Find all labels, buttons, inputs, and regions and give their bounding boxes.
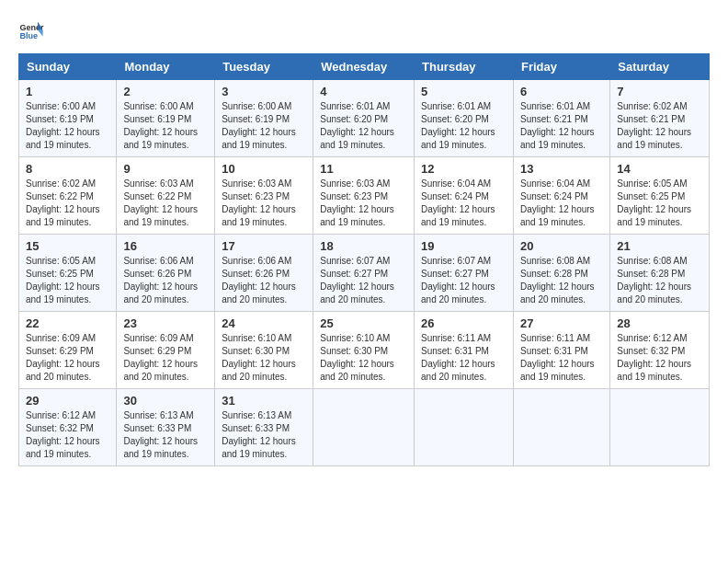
calendar-cell: 7Sunrise: 6:02 AMSunset: 6:21 PMDaylight… <box>610 80 710 157</box>
calendar-cell <box>415 389 514 466</box>
calendar-week-row: 29Sunrise: 6:12 AMSunset: 6:32 PMDayligh… <box>19 389 710 466</box>
day-info: Sunrise: 6:00 AMSunset: 6:19 PMDaylight:… <box>222 100 306 152</box>
calendar-cell: 25Sunrise: 6:10 AMSunset: 6:30 PMDayligh… <box>313 312 415 389</box>
calendar-cell <box>513 389 609 466</box>
day-info: Sunrise: 6:01 AMSunset: 6:20 PMDaylight:… <box>320 100 407 152</box>
svg-text:Blue: Blue <box>19 31 38 40</box>
day-number: 3 <box>222 85 306 98</box>
day-info: Sunrise: 6:11 AMSunset: 6:31 PMDaylight:… <box>421 332 506 384</box>
calendar-cell: 28Sunrise: 6:12 AMSunset: 6:32 PMDayligh… <box>610 312 710 389</box>
calendar-header-wednesday: Wednesday <box>313 54 415 80</box>
calendar-header-friday: Friday <box>513 54 609 80</box>
day-info: Sunrise: 6:05 AMSunset: 6:25 PMDaylight:… <box>26 255 109 306</box>
calendar-week-row: 22Sunrise: 6:09 AMSunset: 6:29 PMDayligh… <box>19 312 710 389</box>
day-number: 27 <box>520 316 603 330</box>
calendar-cell: 16Sunrise: 6:06 AMSunset: 6:26 PMDayligh… <box>117 235 215 312</box>
day-info: Sunrise: 6:03 AMSunset: 6:23 PMDaylight:… <box>320 178 407 229</box>
calendar-header-thursday: Thursday <box>415 54 514 80</box>
day-number: 19 <box>421 239 506 253</box>
day-info: Sunrise: 6:10 AMSunset: 6:30 PMDaylight:… <box>320 332 407 384</box>
day-number: 18 <box>320 239 407 253</box>
day-info: Sunrise: 6:04 AMSunset: 6:24 PMDaylight:… <box>520 178 603 229</box>
day-number: 28 <box>617 316 702 330</box>
calendar-cell: 15Sunrise: 6:05 AMSunset: 6:25 PMDayligh… <box>19 235 117 312</box>
day-info: Sunrise: 6:13 AMSunset: 6:33 PMDaylight:… <box>222 409 306 461</box>
day-info: Sunrise: 6:02 AMSunset: 6:22 PMDaylight:… <box>26 178 109 229</box>
day-number: 7 <box>617 85 702 98</box>
day-info: Sunrise: 6:05 AMSunset: 6:25 PMDaylight:… <box>617 178 702 229</box>
day-info: Sunrise: 6:03 AMSunset: 6:22 PMDaylight:… <box>123 178 208 229</box>
day-info: Sunrise: 6:07 AMSunset: 6:27 PMDaylight:… <box>421 255 506 306</box>
day-number: 25 <box>320 316 407 330</box>
day-number: 14 <box>617 162 702 176</box>
calendar-cell: 31Sunrise: 6:13 AMSunset: 6:33 PMDayligh… <box>215 389 313 466</box>
day-number: 16 <box>123 239 208 253</box>
calendar-cell: 24Sunrise: 6:10 AMSunset: 6:30 PMDayligh… <box>215 312 313 389</box>
calendar-cell: 21Sunrise: 6:08 AMSunset: 6:28 PMDayligh… <box>610 235 710 312</box>
calendar-cell: 23Sunrise: 6:09 AMSunset: 6:29 PMDayligh… <box>117 312 215 389</box>
day-info: Sunrise: 6:12 AMSunset: 6:32 PMDaylight:… <box>26 409 109 461</box>
day-number: 24 <box>222 316 306 330</box>
day-info: Sunrise: 6:01 AMSunset: 6:20 PMDaylight:… <box>421 100 506 152</box>
logo-icon: General Blue <box>18 18 44 44</box>
calendar-cell: 22Sunrise: 6:09 AMSunset: 6:29 PMDayligh… <box>19 312 117 389</box>
day-number: 22 <box>26 316 109 330</box>
calendar-cell: 13Sunrise: 6:04 AMSunset: 6:24 PMDayligh… <box>513 157 609 235</box>
day-number: 12 <box>421 162 506 176</box>
calendar-header-saturday: Saturday <box>610 54 710 80</box>
day-number: 20 <box>520 239 603 253</box>
calendar-cell: 5Sunrise: 6:01 AMSunset: 6:20 PMDaylight… <box>415 80 514 157</box>
calendar-cell: 18Sunrise: 6:07 AMSunset: 6:27 PMDayligh… <box>313 235 415 312</box>
day-number: 23 <box>123 316 208 330</box>
day-number: 26 <box>421 316 506 330</box>
logo: General Blue <box>18 18 44 44</box>
day-info: Sunrise: 6:02 AMSunset: 6:21 PMDaylight:… <box>617 100 702 152</box>
day-info: Sunrise: 6:09 AMSunset: 6:29 PMDaylight:… <box>26 332 109 384</box>
calendar-cell: 1Sunrise: 6:00 AMSunset: 6:19 PMDaylight… <box>19 80 117 157</box>
calendar-header-monday: Monday <box>117 54 215 80</box>
day-number: 5 <box>421 85 506 98</box>
day-info: Sunrise: 6:08 AMSunset: 6:28 PMDaylight:… <box>520 255 603 306</box>
calendar-body: 1Sunrise: 6:00 AMSunset: 6:19 PMDaylight… <box>19 80 710 466</box>
day-number: 13 <box>520 162 603 176</box>
day-number: 8 <box>26 162 109 176</box>
calendar-cell: 20Sunrise: 6:08 AMSunset: 6:28 PMDayligh… <box>513 235 609 312</box>
day-info: Sunrise: 6:04 AMSunset: 6:24 PMDaylight:… <box>421 178 506 229</box>
calendar-cell: 26Sunrise: 6:11 AMSunset: 6:31 PMDayligh… <box>415 312 514 389</box>
day-info: Sunrise: 6:00 AMSunset: 6:19 PMDaylight:… <box>26 100 109 152</box>
calendar-header-sunday: Sunday <box>19 54 117 80</box>
svg-marker-3 <box>38 30 43 37</box>
day-number: 6 <box>520 85 603 98</box>
day-number: 2 <box>123 85 208 98</box>
calendar-cell: 6Sunrise: 6:01 AMSunset: 6:21 PMDaylight… <box>513 80 609 157</box>
day-info: Sunrise: 6:13 AMSunset: 6:33 PMDaylight:… <box>123 409 208 461</box>
calendar-cell: 27Sunrise: 6:11 AMSunset: 6:31 PMDayligh… <box>513 312 609 389</box>
calendar-cell: 3Sunrise: 6:00 AMSunset: 6:19 PMDaylight… <box>215 80 313 157</box>
day-info: Sunrise: 6:12 AMSunset: 6:32 PMDaylight:… <box>617 332 702 384</box>
day-number: 1 <box>26 85 109 98</box>
day-number: 4 <box>320 85 407 98</box>
calendar-cell <box>610 389 710 466</box>
calendar-cell: 17Sunrise: 6:06 AMSunset: 6:26 PMDayligh… <box>215 235 313 312</box>
day-info: Sunrise: 6:09 AMSunset: 6:29 PMDaylight:… <box>123 332 208 384</box>
calendar-cell: 19Sunrise: 6:07 AMSunset: 6:27 PMDayligh… <box>415 235 514 312</box>
calendar-cell: 9Sunrise: 6:03 AMSunset: 6:22 PMDaylight… <box>117 157 215 235</box>
day-number: 31 <box>222 394 306 408</box>
day-info: Sunrise: 6:06 AMSunset: 6:26 PMDaylight:… <box>222 255 306 306</box>
calendar-cell: 30Sunrise: 6:13 AMSunset: 6:33 PMDayligh… <box>117 389 215 466</box>
calendar-cell: 29Sunrise: 6:12 AMSunset: 6:32 PMDayligh… <box>19 389 117 466</box>
day-info: Sunrise: 6:08 AMSunset: 6:28 PMDaylight:… <box>617 255 702 306</box>
day-info: Sunrise: 6:00 AMSunset: 6:19 PMDaylight:… <box>123 100 208 152</box>
day-number: 9 <box>123 162 208 176</box>
day-number: 21 <box>617 239 702 253</box>
day-info: Sunrise: 6:11 AMSunset: 6:31 PMDaylight:… <box>520 332 603 384</box>
day-number: 10 <box>222 162 306 176</box>
day-number: 17 <box>222 239 306 253</box>
calendar-cell: 2Sunrise: 6:00 AMSunset: 6:19 PMDaylight… <box>117 80 215 157</box>
day-number: 30 <box>123 394 208 408</box>
calendar-cell: 14Sunrise: 6:05 AMSunset: 6:25 PMDayligh… <box>610 157 710 235</box>
calendar-header-row: SundayMondayTuesdayWednesdayThursdayFrid… <box>19 54 710 80</box>
calendar-cell: 10Sunrise: 6:03 AMSunset: 6:23 PMDayligh… <box>215 157 313 235</box>
day-info: Sunrise: 6:07 AMSunset: 6:27 PMDaylight:… <box>320 255 407 306</box>
day-info: Sunrise: 6:10 AMSunset: 6:30 PMDaylight:… <box>222 332 306 384</box>
